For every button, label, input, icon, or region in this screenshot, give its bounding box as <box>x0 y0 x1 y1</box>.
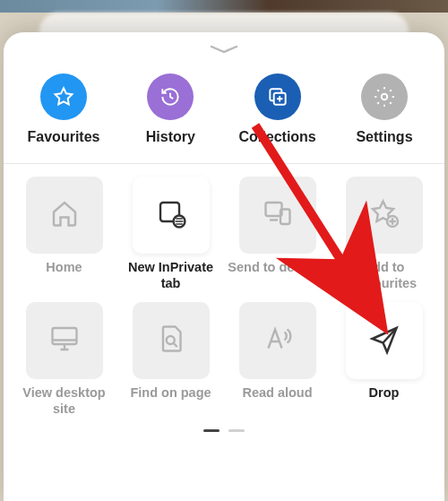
favourites-button[interactable]: Favourites <box>23 73 104 145</box>
collections-button[interactable]: Collections <box>237 73 318 145</box>
new-inprivate-label: New InPrivate tab <box>121 259 220 293</box>
actions-grid: Home New InPrivate tab Send to devices A… <box>4 164 444 426</box>
svg-point-5 <box>382 94 388 100</box>
home-button[interactable]: Home <box>14 177 114 293</box>
svg-rect-8 <box>265 203 281 216</box>
settings-button[interactable]: Settings <box>344 73 425 145</box>
gear-icon <box>361 73 408 120</box>
page-indicator <box>4 429 444 432</box>
page-dot-2 <box>228 429 245 432</box>
paper-plane-icon <box>368 323 401 358</box>
star-plus-icon <box>368 197 401 233</box>
svg-rect-11 <box>52 328 76 344</box>
view-desktop-site-button[interactable]: View desktop site <box>14 302 114 419</box>
sheet-grabber[interactable] <box>208 41 240 57</box>
desktop-icon <box>48 323 81 358</box>
settings-label: Settings <box>356 129 412 145</box>
find-label: Find on page <box>130 384 211 419</box>
home-label: Home <box>46 259 82 293</box>
add-favourites-button[interactable]: Add to Favourites <box>334 177 434 293</box>
history-icon <box>147 73 194 120</box>
drop-button[interactable]: Drop <box>334 302 434 419</box>
send-devices-label: Send to devices <box>228 259 326 293</box>
history-label: History <box>146 129 195 145</box>
find-icon <box>155 323 187 358</box>
send-to-devices-button[interactable]: Send to devices <box>228 177 327 293</box>
home-icon <box>48 197 81 233</box>
new-inprivate-tab-button[interactable]: New InPrivate tab <box>121 177 220 293</box>
drop-label: Drop <box>369 384 400 419</box>
read-aloud-button[interactable]: Read aloud <box>228 302 327 419</box>
read-aloud-icon <box>262 323 294 358</box>
primary-actions-row: Favourites History Collections Settings <box>4 61 444 163</box>
action-sheet: Favourites History Collections Settings <box>4 32 444 501</box>
page-dot-1 <box>203 429 220 432</box>
read-aloud-label: Read aloud <box>242 384 312 419</box>
svg-point-12 <box>166 336 174 344</box>
find-on-page-button[interactable]: Find on page <box>121 302 220 419</box>
add-favourites-label: Add to Favourites <box>334 259 434 293</box>
star-icon <box>40 73 87 120</box>
favourites-label: Favourites <box>28 129 100 145</box>
collections-icon <box>254 73 301 120</box>
send-devices-icon <box>262 197 294 233</box>
view-desktop-label: View desktop site <box>14 384 114 419</box>
inprivate-icon <box>155 197 187 233</box>
collections-label: Collections <box>239 129 316 145</box>
history-button[interactable]: History <box>130 73 211 145</box>
